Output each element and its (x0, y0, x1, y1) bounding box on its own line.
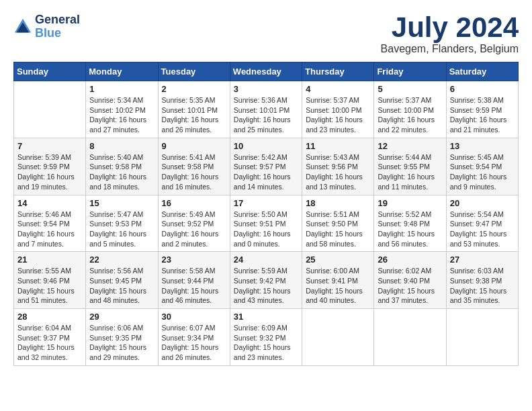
day-info: Sunrise: 5:37 AM Sunset: 10:00 PM Daylig… (306, 95, 370, 135)
calendar-cell (446, 309, 518, 366)
logo-icon (13, 17, 32, 36)
calendar-table: SundayMondayTuesdayWednesdayThursdayFrid… (13, 62, 519, 366)
day-info: Sunrise: 6:07 AM Sunset: 9:34 PM Dayligh… (162, 323, 226, 363)
col-header-tuesday: Tuesday (158, 62, 230, 81)
calendar-cell: 26Sunrise: 6:02 AM Sunset: 9:40 PM Dayli… (374, 252, 446, 309)
calendar-cell: 9Sunrise: 5:41 AM Sunset: 9:58 PM Daylig… (158, 138, 230, 195)
day-number: 9 (162, 141, 226, 151)
calendar-cell: 19Sunrise: 5:52 AM Sunset: 9:48 PM Dayli… (374, 195, 446, 252)
day-info: Sunrise: 5:37 AM Sunset: 10:00 PM Daylig… (378, 95, 442, 135)
week-row-2: 7Sunrise: 5:39 AM Sunset: 9:59 PM Daylig… (14, 138, 519, 195)
day-number: 10 (234, 141, 298, 151)
col-header-monday: Monday (86, 62, 158, 81)
calendar-cell: 30Sunrise: 6:07 AM Sunset: 9:34 PM Dayli… (158, 309, 230, 366)
col-header-thursday: Thursday (302, 62, 374, 81)
day-number: 25 (306, 255, 370, 265)
calendar-cell: 29Sunrise: 6:06 AM Sunset: 9:35 PM Dayli… (86, 309, 158, 366)
calendar-cell: 17Sunrise: 5:50 AM Sunset: 9:51 PM Dayli… (230, 195, 302, 252)
calendar-cell: 8Sunrise: 5:40 AM Sunset: 9:58 PM Daylig… (86, 138, 158, 195)
day-info: Sunrise: 5:46 AM Sunset: 9:54 PM Dayligh… (17, 210, 82, 249)
calendar-cell (302, 309, 374, 366)
day-info: Sunrise: 5:52 AM Sunset: 9:48 PM Dayligh… (378, 210, 442, 249)
logo-text: General Blue (35, 13, 80, 40)
day-info: Sunrise: 5:38 AM Sunset: 9:59 PM Dayligh… (450, 95, 515, 135)
day-number: 5 (378, 84, 442, 94)
day-number: 6 (450, 84, 515, 94)
col-header-wednesday: Wednesday (230, 62, 302, 81)
day-number: 15 (89, 198, 154, 208)
day-info: Sunrise: 5:34 AM Sunset: 10:02 PM Daylig… (89, 95, 154, 135)
day-number: 20 (450, 198, 515, 208)
calendar-cell: 2Sunrise: 5:35 AM Sunset: 10:01 PM Dayli… (158, 81, 230, 138)
day-number: 12 (378, 141, 442, 151)
calendar-cell (374, 309, 446, 366)
calendar-cell: 16Sunrise: 5:49 AM Sunset: 9:52 PM Dayli… (158, 195, 230, 252)
week-row-4: 21Sunrise: 5:55 AM Sunset: 9:46 PM Dayli… (14, 252, 519, 309)
logo: General Blue (13, 13, 80, 40)
day-info: Sunrise: 5:54 AM Sunset: 9:47 PM Dayligh… (450, 210, 515, 249)
calendar-body: 1Sunrise: 5:34 AM Sunset: 10:02 PM Dayli… (14, 81, 519, 366)
day-number: 29 (89, 312, 154, 322)
day-info: Sunrise: 5:51 AM Sunset: 9:50 PM Dayligh… (306, 210, 370, 249)
day-number: 1 (89, 84, 154, 94)
calendar-cell: 27Sunrise: 6:03 AM Sunset: 9:38 PM Dayli… (446, 252, 518, 309)
page-header: General Blue July 2024 Bavegem, Flanders… (13, 13, 519, 55)
calendar-cell: 6Sunrise: 5:38 AM Sunset: 9:59 PM Daylig… (446, 81, 518, 138)
calendar-cell: 1Sunrise: 5:34 AM Sunset: 10:02 PM Dayli… (86, 81, 158, 138)
day-number: 24 (234, 255, 298, 265)
day-number: 13 (450, 141, 515, 151)
day-number: 14 (17, 198, 82, 208)
day-number: 3 (234, 84, 298, 94)
day-info: Sunrise: 5:39 AM Sunset: 9:59 PM Dayligh… (17, 152, 82, 192)
calendar-cell: 20Sunrise: 5:54 AM Sunset: 9:47 PM Dayli… (446, 195, 518, 252)
day-number: 28 (17, 312, 82, 322)
calendar-cell: 22Sunrise: 5:56 AM Sunset: 9:45 PM Dayli… (86, 252, 158, 309)
day-info: Sunrise: 5:55 AM Sunset: 9:46 PM Dayligh… (17, 266, 82, 306)
day-info: Sunrise: 5:43 AM Sunset: 9:56 PM Dayligh… (306, 152, 370, 192)
calendar-cell: 18Sunrise: 5:51 AM Sunset: 9:50 PM Dayli… (302, 195, 374, 252)
day-number: 22 (89, 255, 154, 265)
week-row-3: 14Sunrise: 5:46 AM Sunset: 9:54 PM Dayli… (14, 195, 519, 252)
day-number: 26 (378, 255, 442, 265)
calendar-cell: 23Sunrise: 5:58 AM Sunset: 9:44 PM Dayli… (158, 252, 230, 309)
day-info: Sunrise: 6:03 AM Sunset: 9:38 PM Dayligh… (450, 266, 515, 306)
calendar-cell (14, 81, 86, 138)
title-block: July 2024 Bavegem, Flanders, Belgium (381, 13, 519, 55)
calendar-cell: 25Sunrise: 6:00 AM Sunset: 9:41 PM Dayli… (302, 252, 374, 309)
day-number: 16 (162, 198, 226, 208)
calendar-cell: 13Sunrise: 5:45 AM Sunset: 9:54 PM Dayli… (446, 138, 518, 195)
day-number: 27 (450, 255, 515, 265)
day-info: Sunrise: 5:36 AM Sunset: 10:01 PM Daylig… (234, 95, 298, 135)
calendar-cell: 24Sunrise: 5:59 AM Sunset: 9:42 PM Dayli… (230, 252, 302, 309)
day-number: 8 (89, 141, 154, 151)
day-number: 17 (234, 198, 298, 208)
calendar-cell: 3Sunrise: 5:36 AM Sunset: 10:01 PM Dayli… (230, 81, 302, 138)
calendar-cell: 12Sunrise: 5:44 AM Sunset: 9:55 PM Dayli… (374, 138, 446, 195)
location: Bavegem, Flanders, Belgium (381, 43, 519, 55)
day-info: Sunrise: 5:58 AM Sunset: 9:44 PM Dayligh… (162, 266, 226, 306)
day-info: Sunrise: 6:04 AM Sunset: 9:37 PM Dayligh… (17, 323, 82, 363)
day-info: Sunrise: 6:06 AM Sunset: 9:35 PM Dayligh… (89, 323, 154, 363)
day-number: 21 (17, 255, 82, 265)
day-number: 7 (17, 141, 82, 151)
calendar-cell: 7Sunrise: 5:39 AM Sunset: 9:59 PM Daylig… (14, 138, 86, 195)
col-header-friday: Friday (374, 62, 446, 81)
day-number: 4 (306, 84, 370, 94)
calendar-header: SundayMondayTuesdayWednesdayThursdayFrid… (14, 62, 519, 81)
day-number: 30 (162, 312, 226, 322)
day-info: Sunrise: 5:40 AM Sunset: 9:58 PM Dayligh… (89, 152, 154, 192)
day-number: 11 (306, 141, 370, 151)
day-info: Sunrise: 6:09 AM Sunset: 9:32 PM Dayligh… (234, 323, 298, 363)
col-header-sunday: Sunday (14, 62, 86, 81)
day-number: 19 (378, 198, 442, 208)
day-info: Sunrise: 5:50 AM Sunset: 9:51 PM Dayligh… (234, 210, 298, 249)
day-number: 2 (162, 84, 226, 94)
week-row-1: 1Sunrise: 5:34 AM Sunset: 10:02 PM Dayli… (14, 81, 519, 138)
calendar-cell: 4Sunrise: 5:37 AM Sunset: 10:00 PM Dayli… (302, 81, 374, 138)
week-row-5: 28Sunrise: 6:04 AM Sunset: 9:37 PM Dayli… (14, 309, 519, 366)
day-number: 18 (306, 198, 370, 208)
day-info: Sunrise: 5:47 AM Sunset: 9:53 PM Dayligh… (89, 210, 154, 249)
day-info: Sunrise: 6:00 AM Sunset: 9:41 PM Dayligh… (306, 266, 370, 306)
calendar-cell: 14Sunrise: 5:46 AM Sunset: 9:54 PM Dayli… (14, 195, 86, 252)
calendar-cell: 10Sunrise: 5:42 AM Sunset: 9:57 PM Dayli… (230, 138, 302, 195)
